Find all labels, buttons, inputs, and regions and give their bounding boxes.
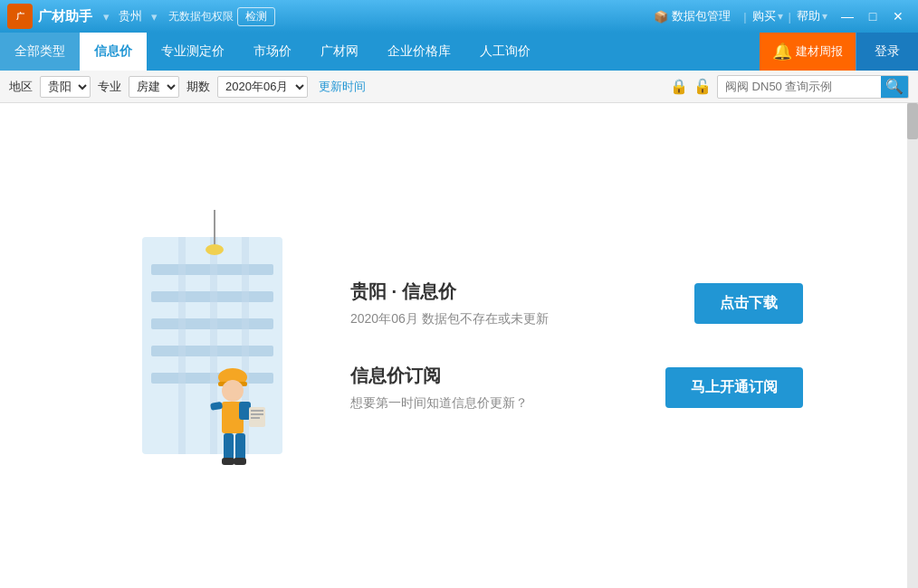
lock-closed-icon[interactable]: 🔒: [670, 78, 688, 95]
download-button[interactable]: 点击下载: [694, 283, 803, 324]
help-button[interactable]: 帮助: [797, 8, 820, 24]
svg-point-10: [206, 244, 224, 255]
buy-arrow: ▾: [778, 10, 783, 23]
weekly-icon: 🔔: [772, 42, 792, 62]
nav-enterprise-price[interactable]: 企业价格库: [373, 33, 465, 71]
svg-rect-19: [251, 413, 263, 415]
nav-spec-price[interactable]: 专业测定价: [147, 33, 239, 71]
region-selector[interactable]: 贵州: [113, 6, 148, 26]
content-cards: 贵阳 · 信息价 2020年06月 数据包不存在或未更新 点击下载 信息价订阅 …: [350, 280, 803, 412]
scrollbar[interactable]: [907, 103, 918, 588]
illustration-svg: [115, 210, 314, 481]
app-name: 广材助手: [38, 8, 92, 25]
lock-open-icon[interactable]: 🔓: [693, 78, 712, 95]
weekly-report-button[interactable]: 🔔 建材周报: [760, 33, 856, 71]
spec-select[interactable]: 房建: [129, 76, 179, 98]
svg-rect-23: [222, 458, 234, 465]
svg-rect-18: [251, 410, 263, 412]
filter-bar: 地区 贵阳 专业 房建 期数 2020年06月 更新时间 🔒 🔓 🔍: [0, 71, 918, 103]
vline2: |: [789, 10, 791, 24]
subscribe-card-title: 信息价订阅: [350, 364, 528, 388]
nav-gcw[interactable]: 广材网: [306, 33, 373, 71]
help-arrow: ▾: [822, 10, 827, 23]
search-box: 🔍: [717, 75, 909, 99]
nav-info-price[interactable]: 信息价: [80, 33, 147, 71]
subscribe-card-text: 信息价订阅 想要第一时间知道信息价更新？: [350, 364, 528, 412]
nav-all-types[interactable]: 全部类型: [0, 33, 80, 71]
window-controls: — □ ✕: [835, 4, 911, 29]
region-label: 地区: [9, 79, 33, 95]
spec-label: 专业: [98, 79, 121, 95]
subscribe-card-subtitle: 想要第一时间知道信息价更新？: [350, 395, 528, 412]
download-card-text: 贵阳 · 信息价 2020年06月 数据包不存在或未更新: [350, 280, 549, 327]
nav-bar: 全部类型 信息价 专业测定价 市场价 广材网 企业价格库 人工询价 🔔 建材周报…: [0, 33, 918, 71]
search-input[interactable]: [718, 80, 881, 93]
vline1: |: [743, 10, 746, 24]
close-button[interactable]: ✕: [885, 4, 911, 29]
nav-manual-inquiry[interactable]: 人工询价: [465, 33, 545, 71]
download-card: 贵阳 · 信息价 2020年06月 数据包不存在或未更新 点击下载: [350, 280, 803, 327]
svg-rect-21: [224, 433, 234, 460]
subscribe-button[interactable]: 马上开通订阅: [665, 367, 803, 408]
illustration-area: [115, 210, 314, 481]
data-pkg-button[interactable]: 📦 数据包管理: [646, 6, 738, 26]
region-select[interactable]: 贵阳: [40, 76, 91, 98]
svg-rect-6: [178, 237, 186, 454]
weekly-label: 建材周报: [796, 43, 843, 60]
svg-rect-24: [234, 458, 246, 465]
no-data-label: 无数据包权限: [168, 9, 234, 24]
nav-right-area: 🔔 建材周报 登录: [760, 33, 918, 71]
svg-point-13: [222, 380, 244, 402]
title-bar: 广 广材助手 ▾ 贵州 ▾ 无数据包权限 检测 📦 数据包管理 | 购买 ▾ |…: [0, 0, 918, 33]
data-pkg-label: 数据包管理: [672, 8, 731, 24]
buy-button[interactable]: 购买: [752, 8, 776, 24]
subscribe-card: 信息价订阅 想要第一时间知道信息价更新？ 马上开通订阅: [350, 364, 803, 412]
nav-market-price[interactable]: 市场价: [239, 33, 306, 71]
period-label: 期数: [186, 79, 210, 95]
svg-rect-7: [210, 237, 217, 454]
app-logo: 广: [7, 4, 33, 29]
period-select[interactable]: 2020年06月: [217, 76, 308, 98]
search-icon: 🔍: [885, 78, 904, 95]
main-content: 贵阳 · 信息价 2020年06月 数据包不存在或未更新 点击下载 信息价订阅 …: [0, 103, 918, 588]
login-button[interactable]: 登录: [856, 33, 918, 71]
detect-button[interactable]: 检测: [237, 7, 275, 26]
svg-rect-22: [235, 433, 245, 460]
filter-right: 🔒 🔓 🔍: [670, 75, 909, 99]
separator2: ▾: [151, 10, 158, 24]
separator1: ▾: [103, 10, 110, 24]
minimize-button[interactable]: —: [835, 4, 860, 29]
svg-rect-20: [251, 417, 260, 419]
update-time-link[interactable]: 更新时间: [319, 79, 366, 95]
download-card-title: 贵阳 · 信息价: [350, 280, 549, 304]
download-card-subtitle: 2020年06月 数据包不存在或未更新: [350, 311, 549, 327]
restore-button[interactable]: □: [860, 4, 885, 29]
pkg-icon: 📦: [654, 10, 668, 24]
scrollbar-thumb[interactable]: [907, 103, 918, 139]
search-button[interactable]: 🔍: [881, 75, 908, 99]
